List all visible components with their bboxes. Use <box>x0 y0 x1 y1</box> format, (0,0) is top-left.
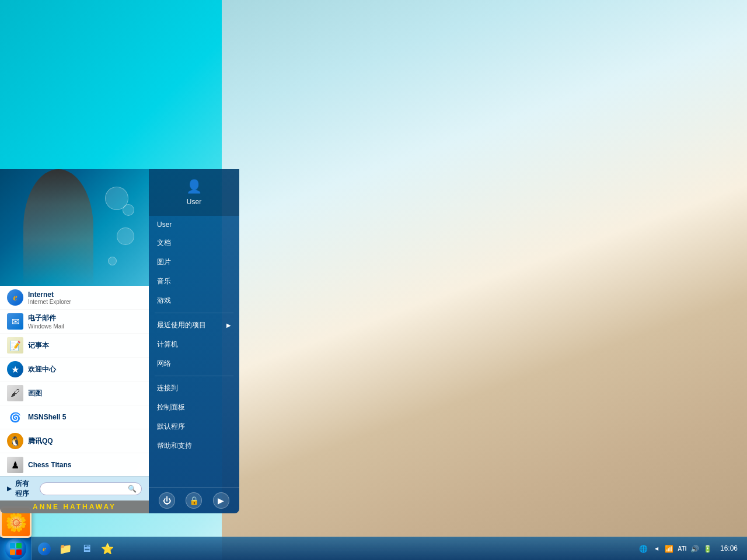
anne-text-label: ANNE HATHAWAY <box>33 503 116 511</box>
app-name-ie: Internet <box>28 290 71 299</box>
right-menu-label-user: User <box>157 220 172 229</box>
power-button[interactable]: ⏻ <box>159 492 175 509</box>
app-text-mail: 电子邮件 Windows Mail <box>28 313 64 330</box>
app-text-msn: MSNShell 5 <box>28 413 66 421</box>
search-bar: 🔍 <box>40 482 142 495</box>
start-menu-action-buttons: ⏻ 🔒 ▶ <box>149 487 239 513</box>
clock-display: 16:06 <box>715 544 742 554</box>
start-menu-panel: e Internet Internet Explorer ✉ 电子邮件 Wind… <box>0 169 239 513</box>
ie-taskbar-icon: e <box>38 542 51 555</box>
user-icon: 👤 <box>186 179 202 194</box>
arrow-button[interactable]: ▶ <box>213 492 229 509</box>
app-item-msn[interactable]: 🌀 MSNShell 5 <box>0 405 149 429</box>
user-section: 👤 User <box>149 169 239 216</box>
right-menu-divider-5 <box>155 313 233 313</box>
right-menu-item-music[interactable]: 音乐 <box>149 272 239 291</box>
right-menu-label-network: 网络 <box>157 359 171 369</box>
app-name-qq: 腾讯QQ <box>28 436 53 446</box>
app-icon-notepad: 📝 <box>7 337 23 354</box>
app-desc-ie: Internet Explorer <box>28 299 71 305</box>
windows-logo-icon <box>9 542 22 555</box>
taskbar-star-icon[interactable]: ⭐ <box>98 540 117 558</box>
app-icon-qq: 🐧 <box>7 433 23 449</box>
all-programs-button[interactable]: ▶ 所有程序 <box>7 479 35 499</box>
start-menu-left-panel: e Internet Internet Explorer ✉ 电子邮件 Wind… <box>0 169 149 513</box>
right-menu-label-pics: 图片 <box>157 257 171 267</box>
right-menu-item-help[interactable]: 帮助和支持 <box>149 436 239 456</box>
app-item-qq[interactable]: 🐧 腾讯QQ <box>0 429 149 453</box>
search-input[interactable] <box>45 485 125 492</box>
start-menu: 🌼 e <box>0 506 67 537</box>
app-text-paint: 画图 <box>28 388 42 398</box>
system-tray: 🌐 ◀ 📶 ATI 🔊 🔋 16:06 <box>634 537 747 560</box>
right-menu-label-connect: 连接到 <box>157 383 178 393</box>
app-name-notepad: 记事本 <box>28 341 49 351</box>
right-menu-item-network[interactable]: 网络 <box>149 354 239 373</box>
right-menu-item-connect[interactable]: 连接到 <box>149 379 239 398</box>
app-name-msn: MSNShell 5 <box>28 413 66 421</box>
right-menu-item-pics[interactable]: 图片 <box>149 253 239 272</box>
app-name-paint: 画图 <box>28 388 42 398</box>
right-menu-label-control: 控制面板 <box>157 402 185 412</box>
right-menu-label-music: 音乐 <box>157 276 171 286</box>
svg-rect-1 <box>16 543 22 548</box>
anne-watermark-bar: ANNE HATHAWAY <box>0 501 149 513</box>
right-menu-items: User文档图片音乐游戏最近使用的项目▶计算机网络连接到控制面板默认程序帮助和支… <box>149 216 239 456</box>
start-button[interactable] <box>0 537 32 561</box>
user-name: User <box>187 198 201 206</box>
app-list: e Internet Internet Explorer ✉ 电子邮件 Wind… <box>0 286 149 476</box>
app-icon-mail: ✉ <box>7 313 23 330</box>
taskbar-ie-icon[interactable]: e <box>35 540 54 558</box>
taskbar-quick-launch: e 📁 🖥 ⭐ <box>32 537 634 560</box>
wallpaper-photo <box>222 0 747 560</box>
app-icon-ie: e <box>7 289 23 306</box>
taskbar-folder-icon[interactable]: 📁 <box>56 540 75 558</box>
right-menu-label-default: 默认程序 <box>157 422 185 432</box>
lock-button[interactable]: 🔒 <box>186 492 202 509</box>
right-menu-item-default[interactable]: 默认程序 <box>149 417 239 436</box>
app-item-chess[interactable]: ♟ Chess Titans <box>0 453 149 476</box>
app-icon-welcome: ★ <box>7 361 23 377</box>
start-menu-right-panel: 👤 User User文档图片音乐游戏最近使用的项目▶计算机网络连接到控制面板默… <box>149 169 239 513</box>
right-menu-divider-8 <box>155 376 233 376</box>
all-programs-label: 所有程序 <box>15 479 35 499</box>
right-menu-item-docs[interactable]: 文档 <box>149 233 239 253</box>
taskbar-monitor-icon[interactable]: 🖥 <box>77 540 96 558</box>
app-item-paint[interactable]: 🖌 画图 <box>0 382 149 405</box>
search-icon: 🔍 <box>128 485 137 493</box>
svg-rect-0 <box>10 543 15 548</box>
tray-ati-label[interactable]: ATI <box>677 544 687 554</box>
app-text-qq: 腾讯QQ <box>28 436 53 446</box>
right-menu-item-recent[interactable]: 最近使用的项目▶ <box>149 316 239 335</box>
app-text-chess: Chess Titans <box>28 461 71 469</box>
right-menu-item-computer[interactable]: 计算机 <box>149 335 239 354</box>
right-menu-item-user[interactable]: User <box>149 216 239 233</box>
right-menu-item-control[interactable]: 控制面板 <box>149 398 239 417</box>
app-item-welcome[interactable]: ★ 欢迎中心 <box>0 358 149 382</box>
app-item-ie[interactable]: e Internet Internet Explorer <box>0 286 149 310</box>
app-item-notepad[interactable]: 📝 记事本 <box>0 334 149 358</box>
taskbar: e 📁 🖥 ⭐ 🌐 ◀ 📶 ATI 🔊 🔋 16:06 <box>0 537 747 560</box>
right-menu-label-computer: 计算机 <box>157 340 178 349</box>
desktop: 🌼 e <box>0 0 747 560</box>
app-name-mail: 电子邮件 <box>28 313 64 323</box>
app-text-welcome: 欢迎中心 <box>28 365 56 374</box>
right-menu-label-games: 游戏 <box>157 296 171 306</box>
app-text-notepad: 记事本 <box>28 341 49 351</box>
svg-rect-3 <box>16 550 22 555</box>
app-icon-paint: 🖌 <box>7 385 23 401</box>
app-item-mail[interactable]: ✉ 电子邮件 Windows Mail <box>0 310 149 334</box>
tray-network-icon[interactable]: 🌐 <box>638 544 649 554</box>
tray-wifi-icon[interactable]: 📶 <box>664 544 675 554</box>
svg-rect-2 <box>10 550 15 555</box>
start-menu-bottom-bar: ▶ 所有程序 🔍 <box>0 476 149 501</box>
app-name-chess: Chess Titans <box>28 461 71 469</box>
app-name-welcome: 欢迎中心 <box>28 365 56 374</box>
user-photo-silhouette <box>23 169 93 286</box>
tray-up-arrow: ◀ <box>651 544 662 554</box>
app-icon-msn: 🌀 <box>7 409 23 425</box>
tray-volume-icon[interactable]: 🔊 <box>690 544 700 554</box>
right-menu-item-games[interactable]: 游戏 <box>149 291 239 310</box>
tray-battery-icon[interactable]: 🔋 <box>703 544 713 554</box>
start-orb <box>5 538 26 559</box>
